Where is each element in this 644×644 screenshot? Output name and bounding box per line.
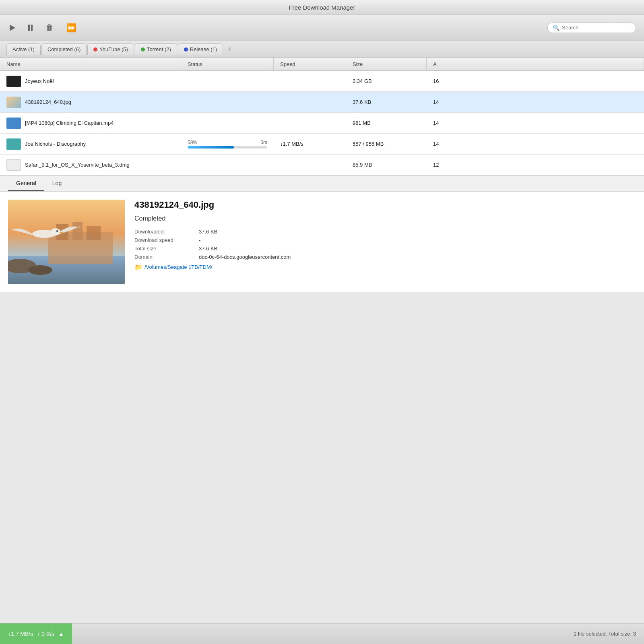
row-name: [MP4 1080p] Climbing El Capitan.mp4 [0,114,181,132]
row-size: 557 / 956 MB [346,138,427,150]
downloaded-label: Downloaded: [134,229,199,235]
detail-filename: 438192124_640.jpg [134,200,636,210]
tab-completed[interactable]: Completed (6) [41,43,87,55]
tab-torrent[interactable]: Torrent (2) [135,43,177,55]
row-size: 85.9 MB [346,159,427,171]
youtube-dot [93,47,97,52]
progress-container: 58% 5m [188,140,267,149]
tab-youtube[interactable]: YouTube (5) [87,43,134,55]
detail-status: Completed [134,215,636,222]
delete-button[interactable]: 🗑 [44,21,55,34]
table-row[interactable]: Joe Nichols - Discography 58% 5m ↓1.7 MB… [0,134,644,155]
row-added: 12 [427,159,644,171]
row-added: 16 [427,75,644,87]
downloaded-value: 37.6 KB [199,229,636,235]
detail-panel: General Log [0,175,644,292]
tab-youtube-label: YouTube (5) [99,46,128,52]
row-speed: ↓1.7 MB/s [274,138,346,150]
detail-tab-general[interactable]: General [8,176,44,191]
domain-value: doc-0c-64-docs.googleusercontent.com [199,254,636,260]
preview-svg [8,200,125,284]
download-speed-value: - [199,237,636,243]
svg-point-10 [28,265,52,275]
row-name: Joyeux Noël [0,72,181,90]
app-title: Free Download Manager [289,4,355,11]
file-thumb [6,138,21,150]
svg-rect-4 [72,222,83,240]
tab-active[interactable]: Active (1) [6,43,41,55]
domain-label: Domain: [134,254,199,260]
table-row[interactable]: Joyeux Noël 2.34 GB 16 [0,71,644,92]
file-thumb [6,76,21,87]
download-speed-status: ↓1.7 MB/s [8,631,33,637]
table-row[interactable]: [MP4 1080p] Climbing El Capitan.mp4 981 … [0,113,644,134]
row-status [181,78,274,85]
pause-button[interactable] [27,23,34,33]
tab-release[interactable]: Release (1) [178,43,223,55]
detail-info: 438192124_640.jpg Completed Downloaded: … [134,200,636,284]
downloads-table: Name Status Speed Size A Joyeux Noël 2.3… [0,58,644,175]
row-speed [274,162,346,168]
col-speed: Speed [274,58,346,70]
status-speed-panel: ↓1.7 MB/s ↑ 0 B/s ▲ [0,623,72,644]
tab-active-label: Active (1) [12,46,35,52]
tabs-bar: Active (1) Completed (6) YouTube (5) Tor… [0,41,644,58]
table-row[interactable]: Safari_9.1_for_OS_X_Yosemite_beta_3.dmg … [0,155,644,175]
file-thumb [6,97,21,108]
row-status [181,120,274,126]
row-added: 14 [427,138,644,150]
col-added: A [427,58,644,70]
table-header: Name Status Speed Size A [0,58,644,71]
svg-point-7 [51,228,60,235]
row-status [181,162,274,168]
row-name: Joe Nichols - Discography [0,135,181,153]
row-status [181,99,274,105]
search-icon: 🔍 [553,25,559,31]
torrent-dot [141,47,145,52]
folder-path: /Volumes/Seagate 1TB/FDM/ [144,264,212,270]
upload-speed-status: ↑ 0 B/s [37,631,54,637]
row-speed [274,78,346,85]
row-size: 37.6 KB [346,96,427,108]
col-name: Name [0,58,181,70]
move-button[interactable]: ⏩ [65,21,78,34]
progress-bar-background [188,146,267,149]
row-speed [274,120,346,126]
row-added: 14 [427,117,644,129]
row-size: 2.34 GB [346,75,427,87]
tab-release-label: Release (1) [190,46,217,52]
play-button[interactable] [8,23,17,33]
row-size: 981 MB [346,117,427,129]
folder-link[interactable]: 📁 /Volumes/Seagate 1TB/FDM/ [134,263,636,271]
expand-icon[interactable]: ▲ [58,631,64,637]
status-bar: ↓1.7 MB/s ↑ 0 B/s ▲ 1 file selected. Tot… [0,623,644,644]
detail-table: Downloaded: 37.6 KB Download speed: - To… [134,229,636,260]
detail-tabs: General Log [0,176,644,192]
status-info-text: 1 file selected. Total size: 3 [574,631,636,637]
title-bar: Free Download Manager [0,0,644,14]
file-thumb [6,159,21,171]
add-tab-button[interactable]: + [224,43,236,55]
col-size: Size [346,58,427,70]
progress-bar-fill [188,146,234,149]
folder-icon: 📁 [134,263,142,271]
search-input[interactable] [562,25,631,31]
progress-time: 5m [260,140,267,145]
row-status: 58% 5m [181,136,274,152]
search-box: 🔍 [547,23,636,33]
toolbar: 🗑 ⏩ 🔍 [0,14,644,41]
progress-percent: 58% [188,140,197,145]
move-icon: ⏩ [66,23,76,33]
tab-torrent-label: Torrent (2) [147,46,171,52]
total-size-value: 37.6 KB [199,246,636,252]
play-icon [10,25,15,31]
row-added: 14 [427,96,644,108]
table-row[interactable]: 438192124_640.jpg 37.6 KB 14 [0,92,644,113]
pause-icon [28,25,33,31]
tab-completed-label: Completed (6) [47,46,80,52]
preview-image [8,200,125,284]
row-name: 438192124_640.jpg [0,93,181,111]
release-dot [184,47,188,52]
detail-tab-log[interactable]: Log [44,176,70,191]
detail-content: 438192124_640.jpg Completed Downloaded: … [0,192,644,292]
